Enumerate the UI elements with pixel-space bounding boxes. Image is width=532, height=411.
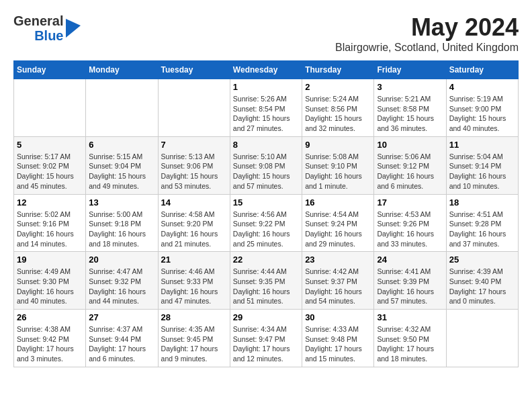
calendar-cell: 24Sunrise: 4:41 AM Sunset: 9:39 PM Dayli…: [374, 252, 446, 310]
day-number: 22: [233, 255, 299, 265]
calendar-cell: 1Sunrise: 5:26 AM Sunset: 8:54 PM Daylig…: [230, 79, 302, 137]
calendar-cell: 17Sunrise: 4:53 AM Sunset: 9:26 PM Dayli…: [374, 194, 446, 252]
day-info: Sunrise: 5:21 AM Sunset: 8:58 PM Dayligh…: [377, 94, 443, 134]
calendar-cell: [14, 79, 86, 137]
day-info: Sunrise: 4:51 AM Sunset: 9:28 PM Dayligh…: [449, 210, 515, 249]
day-number: 23: [305, 255, 371, 265]
day-header-friday: Friday: [374, 61, 446, 79]
calendar-header-row: SundayMondayTuesdayWednesdayThursdayFrid…: [14, 61, 519, 79]
day-info: Sunrise: 4:46 AM Sunset: 9:33 PM Dayligh…: [161, 267, 227, 306]
day-number: 19: [17, 255, 83, 265]
day-number: 29: [233, 312, 299, 322]
day-number: 2: [305, 82, 371, 92]
svg-marker-0: [66, 19, 81, 38]
day-info: Sunrise: 4:32 AM Sunset: 9:50 PM Dayligh…: [377, 324, 443, 364]
calendar-cell: [86, 79, 158, 137]
calendar-cell: 28Sunrise: 4:35 AM Sunset: 9:45 PM Dayli…: [158, 310, 230, 367]
day-info: Sunrise: 4:44 AM Sunset: 9:35 PM Dayligh…: [233, 267, 299, 306]
day-info: Sunrise: 4:35 AM Sunset: 9:45 PM Dayligh…: [161, 324, 227, 364]
location: Blairgowrie, Scotland, United Kingdom: [335, 42, 519, 54]
day-number: 27: [89, 312, 154, 322]
calendar-cell: 19Sunrise: 4:49 AM Sunset: 9:30 PM Dayli…: [14, 252, 86, 310]
calendar-cell: 23Sunrise: 4:42 AM Sunset: 9:37 PM Dayli…: [302, 252, 374, 310]
day-info: Sunrise: 5:04 AM Sunset: 9:14 PM Dayligh…: [449, 152, 515, 191]
day-info: Sunrise: 5:26 AM Sunset: 8:54 PM Dayligh…: [233, 94, 299, 134]
calendar-cell: 11Sunrise: 5:04 AM Sunset: 9:14 PM Dayli…: [446, 136, 518, 194]
day-header-saturday: Saturday: [446, 61, 518, 79]
calendar-cell: 14Sunrise: 4:58 AM Sunset: 9:20 PM Dayli…: [158, 194, 230, 252]
calendar-cell: 26Sunrise: 4:38 AM Sunset: 9:42 PM Dayli…: [14, 310, 86, 367]
day-number: 6: [89, 140, 154, 150]
day-info: Sunrise: 4:54 AM Sunset: 9:24 PM Dayligh…: [305, 210, 371, 249]
day-info: Sunrise: 5:17 AM Sunset: 9:02 PM Dayligh…: [17, 152, 83, 191]
day-info: Sunrise: 4:42 AM Sunset: 9:37 PM Dayligh…: [305, 267, 371, 306]
page-header: General Blue May 2024 Blairgowrie, Scotl…: [13, 13, 519, 54]
day-info: Sunrise: 5:13 AM Sunset: 9:06 PM Dayligh…: [161, 152, 227, 191]
day-number: 5: [17, 140, 83, 150]
calendar-cell: 6Sunrise: 5:15 AM Sunset: 9:04 PM Daylig…: [86, 136, 158, 194]
calendar-cell: 31Sunrise: 4:32 AM Sunset: 9:50 PM Dayli…: [374, 310, 446, 367]
day-info: Sunrise: 4:39 AM Sunset: 9:40 PM Dayligh…: [449, 267, 515, 306]
day-number: 15: [233, 197, 299, 208]
day-number: 28: [161, 312, 227, 322]
calendar-cell: 25Sunrise: 4:39 AM Sunset: 9:40 PM Dayli…: [446, 252, 518, 310]
day-info: Sunrise: 4:53 AM Sunset: 9:26 PM Dayligh…: [377, 210, 443, 249]
calendar-cell: 3Sunrise: 5:21 AM Sunset: 8:58 PM Daylig…: [374, 79, 446, 137]
day-number: 14: [161, 197, 227, 208]
title-block: May 2024 Blairgowrie, Scotland, United K…: [335, 13, 519, 54]
week-row-2: 5Sunrise: 5:17 AM Sunset: 9:02 PM Daylig…: [14, 136, 519, 194]
day-number: 25: [449, 255, 515, 265]
day-header-thursday: Thursday: [302, 61, 374, 79]
day-number: 11: [449, 140, 515, 150]
day-number: 12: [17, 197, 83, 208]
day-number: 4: [449, 82, 515, 92]
week-row-5: 26Sunrise: 4:38 AM Sunset: 9:42 PM Dayli…: [14, 310, 519, 367]
day-number: 26: [17, 312, 83, 322]
calendar-cell: 20Sunrise: 4:47 AM Sunset: 9:32 PM Dayli…: [86, 252, 158, 310]
day-number: 17: [377, 197, 443, 208]
logo-general: General: [13, 13, 63, 28]
calendar-cell: 29Sunrise: 4:34 AM Sunset: 9:47 PM Dayli…: [230, 310, 302, 367]
day-info: Sunrise: 5:24 AM Sunset: 8:56 PM Dayligh…: [305, 94, 371, 134]
calendar-cell: [158, 79, 230, 137]
week-row-4: 19Sunrise: 4:49 AM Sunset: 9:30 PM Dayli…: [14, 252, 519, 310]
calendar-cell: 2Sunrise: 5:24 AM Sunset: 8:56 PM Daylig…: [302, 79, 374, 137]
calendar-cell: 12Sunrise: 5:02 AM Sunset: 9:16 PM Dayli…: [14, 194, 86, 252]
day-info: Sunrise: 4:49 AM Sunset: 9:30 PM Dayligh…: [17, 267, 83, 306]
day-number: 9: [305, 140, 371, 150]
day-info: Sunrise: 4:38 AM Sunset: 9:42 PM Dayligh…: [17, 324, 83, 364]
day-header-tuesday: Tuesday: [158, 61, 230, 79]
day-header-sunday: Sunday: [14, 61, 86, 79]
day-info: Sunrise: 4:34 AM Sunset: 9:47 PM Dayligh…: [233, 324, 299, 364]
calendar-cell: 18Sunrise: 4:51 AM Sunset: 9:28 PM Dayli…: [446, 194, 518, 252]
day-info: Sunrise: 5:08 AM Sunset: 9:10 PM Dayligh…: [305, 152, 371, 191]
calendar-cell: 27Sunrise: 4:37 AM Sunset: 9:44 PM Dayli…: [86, 310, 158, 367]
calendar-cell: 21Sunrise: 4:46 AM Sunset: 9:33 PM Dayli…: [158, 252, 230, 310]
calendar-table: SundayMondayTuesdayWednesdayThursdayFrid…: [13, 60, 519, 367]
day-info: Sunrise: 4:58 AM Sunset: 9:20 PM Dayligh…: [161, 210, 227, 249]
calendar-cell: 13Sunrise: 5:00 AM Sunset: 9:18 PM Dayli…: [86, 194, 158, 252]
day-info: Sunrise: 5:19 AM Sunset: 9:00 PM Dayligh…: [449, 94, 515, 134]
day-number: 1: [233, 82, 299, 92]
day-info: Sunrise: 5:00 AM Sunset: 9:18 PM Dayligh…: [89, 210, 154, 249]
day-number: 10: [377, 140, 443, 150]
day-number: 16: [305, 197, 371, 208]
day-number: 13: [89, 197, 154, 208]
calendar-cell: 16Sunrise: 4:54 AM Sunset: 9:24 PM Dayli…: [302, 194, 374, 252]
calendar-cell: 15Sunrise: 4:56 AM Sunset: 9:22 PM Dayli…: [230, 194, 302, 252]
calendar-cell: 4Sunrise: 5:19 AM Sunset: 9:00 PM Daylig…: [446, 79, 518, 137]
day-number: 21: [161, 255, 227, 265]
day-info: Sunrise: 5:15 AM Sunset: 9:04 PM Dayligh…: [89, 152, 154, 191]
logo: General Blue: [13, 13, 81, 43]
calendar-cell: 8Sunrise: 5:10 AM Sunset: 9:08 PM Daylig…: [230, 136, 302, 194]
day-number: 7: [161, 140, 227, 150]
day-info: Sunrise: 4:37 AM Sunset: 9:44 PM Dayligh…: [89, 324, 154, 364]
day-number: 30: [305, 312, 371, 322]
month-title: May 2024: [335, 13, 519, 42]
day-info: Sunrise: 4:41 AM Sunset: 9:39 PM Dayligh…: [377, 267, 443, 306]
day-info: Sunrise: 4:56 AM Sunset: 9:22 PM Dayligh…: [233, 210, 299, 249]
calendar-cell: [446, 310, 518, 367]
week-row-3: 12Sunrise: 5:02 AM Sunset: 9:16 PM Dayli…: [14, 194, 519, 252]
logo-icon: [66, 19, 81, 38]
day-info: Sunrise: 5:02 AM Sunset: 9:16 PM Dayligh…: [17, 210, 83, 249]
